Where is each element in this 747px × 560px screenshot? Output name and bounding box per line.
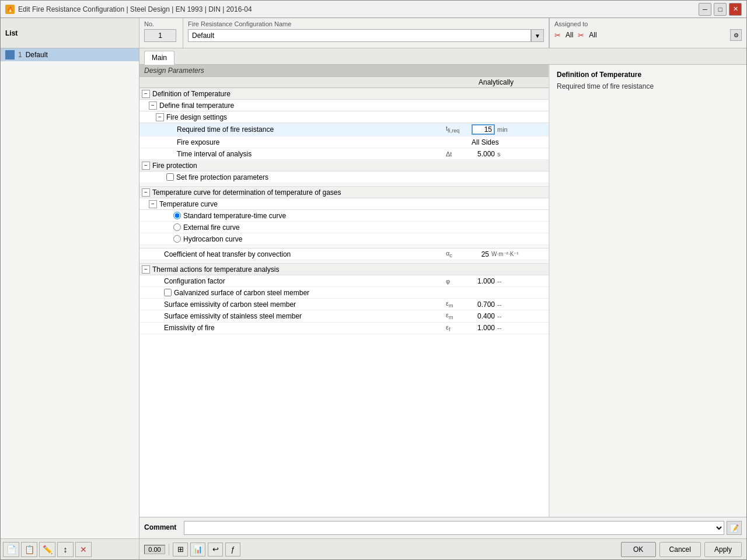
fire-exposure-value: All Sides [472,138,499,146]
fire-protection-label: Fire protection [152,162,197,170]
emissivity-fire-value: 1.000 [472,324,495,332]
time-interval-unit: s [497,150,501,158]
coeff-heat-label: Coefficient of heat transfer by convecti… [164,250,291,258]
def-temp-label: Definition of Temperature [152,90,231,98]
list-item[interactable]: 1 Default [1,48,139,61]
temp-curve-sub-row: − Temperature curve [139,198,549,210]
req-time-symbol: tfi,req [446,125,469,134]
galvanized-checkbox[interactable] [164,289,172,296]
title-bar: 🔥 Edit Fire Resistance Configuration | S… [1,1,746,18]
config-name-dropdown[interactable]: ▼ [531,29,544,42]
ok-button[interactable]: OK [621,542,656,557]
config-factor-row: Configuration factor φ 1.000 -- [139,275,549,287]
list-item-number: 1 [18,51,22,59]
tab-main[interactable]: Main [144,51,174,65]
def-temp-expand[interactable]: − [142,90,150,98]
grid-btn[interactable]: ⊞ [173,542,188,556]
req-time-input[interactable] [472,124,495,135]
std-temp-row[interactable]: Standard temperature-time curve [139,210,549,222]
galvanized-row: Galvanized surface of carbon steel membe… [139,287,549,299]
info-panel-text: Required time of fire resistance [557,82,739,90]
fire-protection-expand[interactable]: − [142,162,150,170]
config-name-label: Fire Resistance Configuration Name [188,20,544,27]
window-title: Edit Fire Resistance Configuration | Ste… [18,5,252,13]
req-time-label: Required time of fire resistance [177,125,274,134]
set-fire-checkbox[interactable] [166,173,174,181]
ext-fire-radio[interactable] [173,223,181,231]
emissivity-stainless-unit: -- [497,313,501,320]
tab-bar: Main [139,48,746,65]
req-time-row[interactable]: Required time of fire resistance tfi,req… [139,123,549,136]
copy-btn[interactable]: 📋 [21,542,37,557]
thermal-actions-row: − Thermal actions for temperature analys… [139,264,549,275]
temp-curve-section-expand[interactable]: − [142,188,150,197]
emissivity-carbon-symbol: εm [446,300,469,309]
rename-btn[interactable]: ✏️ [39,542,55,557]
def-temp-row: − Definition of Temperature [139,88,549,100]
delete-btn[interactable]: ✕ [75,542,92,557]
minimize-button[interactable]: ─ [699,3,711,16]
fire-exposure-label: Fire exposure [177,138,219,146]
assigned-label: Assigned to [554,20,742,27]
emissivity-fire-symbol: εf [446,324,469,332]
list-header: List [5,29,18,37]
thermal-actions-label: Thermal actions for temperature analysis [152,265,279,274]
time-interval-row: Time interval of analysis Δt 5.000 s [139,148,549,160]
config-name-input[interactable] [188,29,531,42]
maximize-button[interactable]: □ [714,3,727,16]
list-item-label: Default [26,51,48,59]
ext-fire-row[interactable]: External fire curve [139,222,549,233]
fire-design-expand[interactable]: − [156,113,164,121]
coeff-heat-row: Coefficient of heat transfer by convecti… [139,249,549,260]
emissivity-carbon-unit: -- [497,301,501,308]
assigned-value-1: All [566,31,573,39]
temp-curve-sub-expand[interactable]: − [149,200,157,208]
hydrocarbon-radio[interactable] [173,235,181,243]
fire-protection-row: − Fire protection [139,160,549,172]
close-button[interactable]: ✕ [729,3,742,16]
undo-btn[interactable]: ↩ [208,542,223,556]
apply-button[interactable]: Apply [704,542,742,557]
coeff-heat-unit: W·m⁻²·K⁻¹ [491,251,519,257]
design-params-header: Design Parameters [144,66,204,75]
emissivity-stainless-value: 0.400 [472,312,495,320]
calc-btn[interactable]: ƒ [225,542,240,556]
num-display: 0.00 [144,545,165,554]
fire-exposure-row: Fire exposure All Sides [139,136,549,148]
analytically-col-header: Analytically [444,77,549,88]
app-icon: 🔥 [5,5,15,14]
define-final-expand[interactable]: − [149,102,157,110]
config-factor-label: Configuration factor [164,277,225,285]
assigned-action-btn[interactable]: ⚙ [730,29,742,41]
comment-input[interactable] [184,521,724,535]
emissivity-fire-row: Emissivity of fire εf 1.000 -- [139,323,549,334]
temp-curve-section-row: − Temperature curve for determination of… [139,187,549,198]
hydrocarbon-row[interactable]: Hydrocarbon curve [139,233,549,245]
sort-btn[interactable]: ↕️ [57,542,74,557]
temp-curve-section-label: Temperature curve for determination of t… [152,188,341,197]
emissivity-stainless-row: Surface emissivity of stainless steel me… [139,310,549,322]
fire-design-settings-row: − Fire design settings [139,111,549,123]
add-btn[interactable]: 📄 [3,542,19,557]
std-temp-radio[interactable] [173,212,181,219]
std-temp-label: Standard temperature-time curve [183,212,286,220]
tree-body: − Definition of Temperature − Define fin… [139,88,549,334]
time-interval-symbol: Δt [446,150,469,158]
comment-action-btn[interactable]: 📝 [727,521,742,535]
ext-fire-label: External fire curve [183,223,240,232]
coeff-heat-value: 25 [472,250,489,258]
fire-design-label: Fire design settings [166,113,227,121]
cancel-button[interactable]: Cancel [659,542,701,557]
table-btn[interactable]: 📊 [190,542,205,556]
assigned-value-2: All [589,31,596,39]
coeff-heat-symbol: αc [446,250,469,258]
thermal-actions-expand[interactable]: − [142,265,150,274]
assigned-icon-1: ✂ [554,31,561,40]
assigned-icon-2: ✂ [578,31,584,40]
no-input[interactable] [144,29,176,42]
time-interval-label: Time interval of analysis [177,150,252,158]
define-final-label: Define final temperature [159,102,234,110]
config-factor-unit: -- [497,278,501,285]
config-factor-symbol: φ [446,278,469,285]
define-final-temp-row: − Define final temperature [139,100,549,111]
